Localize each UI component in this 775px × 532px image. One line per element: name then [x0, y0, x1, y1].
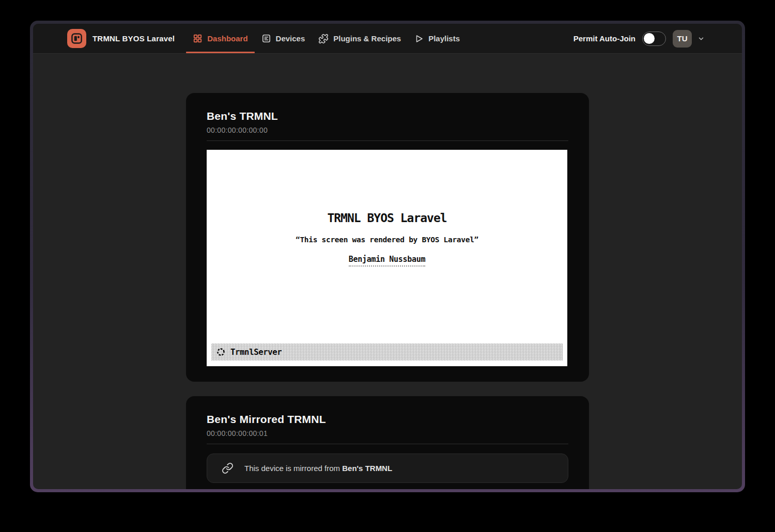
tab-plugins-recipes[interactable]: Plugins & Recipes: [312, 24, 408, 53]
spinner-icon: [216, 348, 225, 356]
eink-author-link: Benjamin Nussbaum: [349, 255, 425, 267]
eink-screen-content: TRMNL BYOS Laravel “This screen was rend…: [207, 150, 567, 327]
mirror-notice-text: This device is mirrored from Ben's TRMNL: [244, 464, 392, 473]
eink-screen-preview: TRMNL BYOS Laravel “This screen was rend…: [207, 150, 567, 366]
device-card-bens-mirrored-trmnl: Ben's Mirrored TRMNL 00:00:00:00:00:01 T…: [186, 396, 589, 489]
device-card-bens-trmnl: Ben's TRMNL 00:00:00:00:00:00 TRMNL BYOS…: [186, 93, 589, 382]
device-name: Ben's Mirrored TRMNL: [207, 413, 568, 426]
trmnl-logo-icon: [67, 29, 86, 48]
nav-tabs: Dashboard Devices: [186, 24, 467, 53]
devices-icon: [261, 34, 271, 43]
link-icon: [222, 462, 234, 474]
mirror-source-name: Ben's TRMNL: [342, 464, 392, 473]
tab-devices-label: Devices: [276, 34, 305, 43]
card-divider: [207, 140, 568, 141]
mirror-notice: This device is mirrored from Ben's TRMNL: [207, 453, 568, 483]
device-mac-address: 00:00:00:00:00:01: [207, 429, 568, 437]
tab-dashboard[interactable]: Dashboard: [186, 24, 254, 53]
brand-title: TRMNL BYOS Laravel: [92, 34, 175, 43]
user-avatar[interactable]: TU: [673, 30, 692, 48]
tab-plugins-recipes-label: Plugins & Recipes: [333, 34, 401, 43]
app-window-frame: TRMNL BYOS Laravel Dashboard: [30, 21, 745, 492]
puzzle-icon: [318, 34, 329, 44]
server-badge-label: TrmnlServer: [230, 348, 282, 357]
top-nav-bar: TRMNL BYOS Laravel Dashboard: [33, 24, 742, 54]
play-icon: [414, 34, 424, 43]
dashboard-content: Ben's TRMNL 00:00:00:00:00:00 TRMNL BYOS…: [33, 54, 742, 489]
server-status-badge: TrmnlServer: [211, 343, 563, 361]
tab-devices[interactable]: Devices: [255, 24, 312, 53]
device-name: Ben's TRMNL: [207, 110, 568, 122]
chevron-down-icon[interactable]: [698, 35, 705, 42]
toggle-knob: [644, 33, 655, 44]
grid-icon: [193, 34, 203, 43]
eink-quote: “This screen was rendered by BYOS Larave…: [296, 236, 478, 244]
eink-title: TRMNL BYOS Laravel: [327, 211, 446, 225]
tab-playlists-label: Playlists: [428, 34, 460, 43]
card-divider: [207, 444, 568, 444]
tab-dashboard-label: Dashboard: [207, 34, 247, 43]
permit-auto-join-label: Permit Auto-Join: [574, 34, 636, 43]
app-window: TRMNL BYOS Laravel Dashboard: [33, 24, 742, 489]
device-mac-address: 00:00:00:00:00:00: [207, 126, 568, 134]
permit-auto-join-toggle[interactable]: [642, 32, 666, 46]
nav-right-group: Permit Auto-Join TU: [574, 24, 705, 53]
brand: TRMNL BYOS Laravel: [67, 24, 175, 53]
tab-playlists[interactable]: Playlists: [408, 24, 467, 53]
